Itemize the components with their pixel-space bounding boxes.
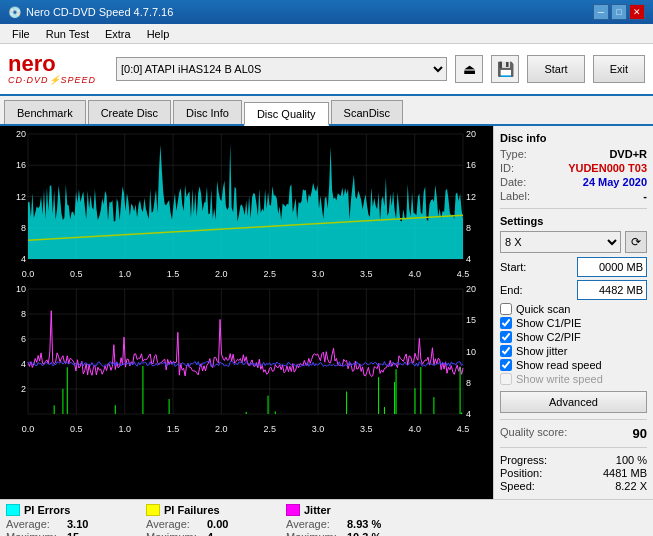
divider-1 <box>500 208 647 209</box>
pi-errors-max-label: Maximum: <box>6 531 61 536</box>
jitter-chart-canvas <box>0 281 493 436</box>
show-c1-pie-checkbox[interactable] <box>500 317 512 329</box>
title-bar: 💿 Nero CD-DVD Speed 4.7.7.16 ─ □ ✕ <box>0 0 653 24</box>
pi-errors-stat: PI Errors Average: 3.10 Maximum: 15 Tota… <box>6 504 126 536</box>
drive-select[interactable]: [0:0] ATAPI iHAS124 B AL0S <box>116 57 447 81</box>
nero-logo-subtitle: CD·DVD⚡SPEED <box>8 75 96 85</box>
jitter-avg-label: Average: <box>286 518 341 530</box>
pi-failures-avg-label: Average: <box>146 518 201 530</box>
checkbox-quick-scan: Quick scan <box>500 303 647 315</box>
start-mb-input[interactable] <box>577 257 647 277</box>
menu-file[interactable]: File <box>4 26 38 42</box>
start-mb-row: Start: <box>500 257 647 277</box>
quality-score-value: 90 <box>633 426 647 441</box>
disc-type-row: Type: DVD+R <box>500 148 647 160</box>
jitter-title-row: Jitter <box>286 504 406 516</box>
jitter-stat: Jitter Average: 8.93 % Maximum: 10.3 % P… <box>286 504 406 536</box>
disc-label-row: Label: - <box>500 190 647 202</box>
settings-title: Settings <box>500 215 647 227</box>
disc-type-label: Type: <box>500 148 527 160</box>
show-jitter-checkbox[interactable] <box>500 345 512 357</box>
pi-failures-avg-value: 0.00 <box>207 518 228 530</box>
speed-label: Speed: <box>500 480 535 492</box>
speed-select[interactable]: 8 X <box>500 231 621 253</box>
jitter-color <box>286 504 300 516</box>
progress-label: Progress: <box>500 454 547 466</box>
pi-errors-avg-value: 3.10 <box>67 518 88 530</box>
pi-errors-avg: Average: 3.10 <box>6 518 126 530</box>
speed-row: Speed: 8.22 X <box>500 480 647 492</box>
right-panel: Disc info Type: DVD+R ID: YUDEN000 T03 D… <box>493 126 653 499</box>
tab-scandisc[interactable]: ScanDisc <box>331 100 403 124</box>
advanced-button[interactable]: Advanced <box>500 391 647 413</box>
title-bar-icon: 💿 <box>8 6 22 19</box>
divider-2 <box>500 419 647 420</box>
bottom-stats-area: PI Errors Average: 3.10 Maximum: 15 Tota… <box>0 499 653 536</box>
progress-section: Progress: 100 % Position: 4481 MB Speed:… <box>500 454 647 492</box>
checkbox-c2-pif: Show C2/PIF <box>500 331 647 343</box>
refresh-button[interactable]: ⟳ <box>625 231 647 253</box>
pie-chart-canvas <box>0 126 493 281</box>
pi-failures-max-value: 4 <box>207 531 213 536</box>
exit-button[interactable]: Exit <box>593 55 645 83</box>
jitter-avg: Average: 8.93 % <box>286 518 406 530</box>
disc-label-value: - <box>643 190 647 202</box>
jitter-avg-value: 8.93 % <box>347 518 381 530</box>
disc-id-label: ID: <box>500 162 514 174</box>
menu-help[interactable]: Help <box>139 26 178 42</box>
checkbox-write-speed: Show write speed <box>500 373 647 385</box>
show-c2-pif-checkbox[interactable] <box>500 331 512 343</box>
disc-id-value: YUDEN000 T03 <box>568 162 647 174</box>
main-content: Disc info Type: DVD+R ID: YUDEN000 T03 D… <box>0 126 653 536</box>
save-icon-button[interactable]: 💾 <box>491 55 519 83</box>
disc-id-row: ID: YUDEN000 T03 <box>500 162 647 174</box>
disc-date-value: 24 May 2020 <box>583 176 647 188</box>
pi-errors-max: Maximum: 15 <box>6 531 126 536</box>
quick-scan-label: Quick scan <box>516 303 570 315</box>
tab-disc-quality[interactable]: Disc Quality <box>244 102 329 126</box>
pi-errors-max-value: 15 <box>67 531 79 536</box>
show-write-speed-checkbox[interactable] <box>500 373 512 385</box>
tab-create-disc[interactable]: Create Disc <box>88 100 171 124</box>
pi-failures-max: Maximum: 4 <box>146 531 266 536</box>
show-read-speed-checkbox[interactable] <box>500 359 512 371</box>
tab-disc-info[interactable]: Disc Info <box>173 100 242 124</box>
position-label: Position: <box>500 467 542 479</box>
menu-extra[interactable]: Extra <box>97 26 139 42</box>
pi-failures-title-row: PI Failures <box>146 504 266 516</box>
minimize-button[interactable]: ─ <box>593 4 609 20</box>
pi-errors-avg-label: Average: <box>6 518 61 530</box>
pi-failures-avg: Average: 0.00 <box>146 518 266 530</box>
charts-and-right: Disc info Type: DVD+R ID: YUDEN000 T03 D… <box>0 126 653 499</box>
quick-scan-checkbox[interactable] <box>500 303 512 315</box>
jitter-max-label: Maximum: <box>286 531 341 536</box>
show-c2-pif-label: Show C2/PIF <box>516 331 581 343</box>
progress-value: 100 % <box>616 454 647 466</box>
disc-type-value: DVD+R <box>609 148 647 160</box>
disc-info-title: Disc info <box>500 132 647 144</box>
show-read-speed-label: Show read speed <box>516 359 602 371</box>
pi-failures-color <box>146 504 160 516</box>
pi-errors-color <box>6 504 20 516</box>
jitter-max-value: 10.3 % <box>347 531 381 536</box>
end-mb-label: End: <box>500 284 523 296</box>
show-jitter-label: Show jitter <box>516 345 567 357</box>
checkbox-c1-pie: Show C1/PIE <box>500 317 647 329</box>
start-button[interactable]: Start <box>527 55 584 83</box>
close-button[interactable]: ✕ <box>629 4 645 20</box>
checkbox-jitter: Show jitter <box>500 345 647 357</box>
jitter-max: Maximum: 10.3 % <box>286 531 406 536</box>
pi-errors-title-row: PI Errors <box>6 504 126 516</box>
quality-score-row: Quality score: 90 <box>500 426 647 441</box>
tab-benchmark[interactable]: Benchmark <box>4 100 86 124</box>
stats-grid: PI Errors Average: 3.10 Maximum: 15 Tota… <box>6 504 647 536</box>
charts-area <box>0 126 493 499</box>
show-c1-pie-label: Show C1/PIE <box>516 317 581 329</box>
position-row: Position: 4481 MB <box>500 467 647 479</box>
eject-icon-button[interactable]: ⏏ <box>455 55 483 83</box>
maximize-button[interactable]: □ <box>611 4 627 20</box>
checkbox-read-speed: Show read speed <box>500 359 647 371</box>
menu-run-test[interactable]: Run Test <box>38 26 97 42</box>
end-mb-input[interactable] <box>577 280 647 300</box>
disc-date-label: Date: <box>500 176 526 188</box>
